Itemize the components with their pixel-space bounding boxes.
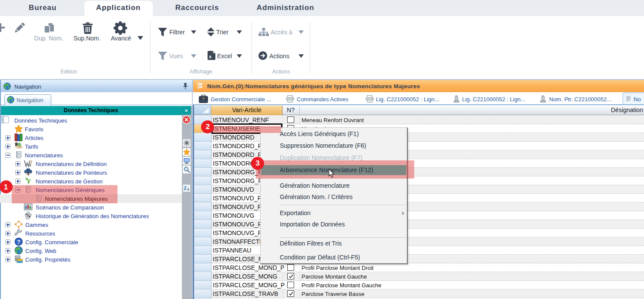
svg-text:x: x [209,54,212,59]
svg-text:1: 1 [187,187,189,191]
svg-text:?: ? [17,239,20,245]
svg-text:Z: Z [184,186,186,191]
